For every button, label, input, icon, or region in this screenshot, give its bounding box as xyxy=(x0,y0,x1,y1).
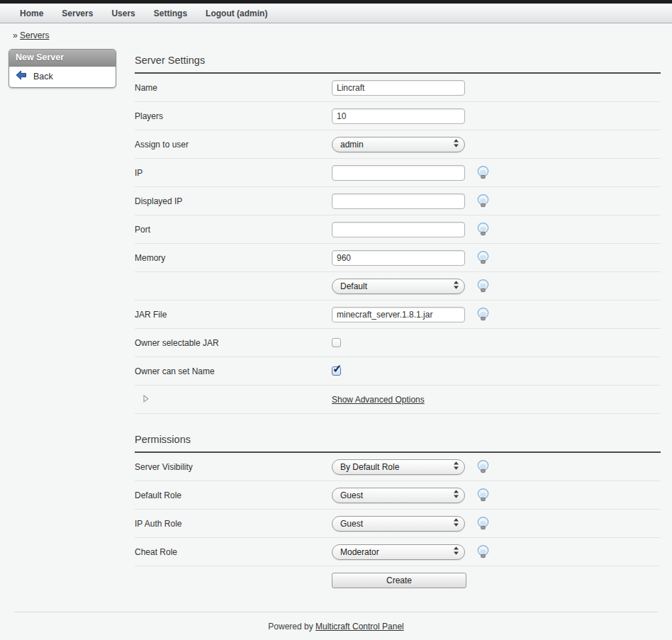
form-row-advanced-options: Show Advanced Options xyxy=(135,386,661,414)
form-row-default-role: Default Role Guest xyxy=(135,481,661,510)
bulb-icon[interactable] xyxy=(477,223,489,236)
bulb-icon[interactable] xyxy=(477,488,489,502)
form-row-memory-unit: Default xyxy=(135,272,661,301)
sidebar: New Server Back xyxy=(0,45,128,88)
up-down-arrows-icon xyxy=(453,489,459,501)
form-row-ip: IP xyxy=(135,159,661,187)
field-label: IP Auth Role xyxy=(135,519,332,529)
field-label: Players xyxy=(135,111,332,121)
select-value: By Default Role xyxy=(340,462,399,472)
field-label: Server Visibility xyxy=(135,462,332,472)
new-server-widget: New Server Back xyxy=(9,49,116,88)
form-row-owner-selectable-jar: Owner selectable JAR xyxy=(135,329,661,357)
up-down-arrows-icon xyxy=(453,280,459,292)
multicraft-page: Home Servers Users Settings Logout (admi… xyxy=(0,0,672,640)
bulb-icon[interactable] xyxy=(477,251,489,264)
field-label: IP xyxy=(135,168,332,178)
triangle-right-icon[interactable] xyxy=(143,395,149,403)
default-role-select[interactable]: Guest xyxy=(332,488,465,503)
form-row-players: Players xyxy=(135,102,661,130)
select-value: Guest xyxy=(340,519,363,529)
form-row-submit: Create xyxy=(135,566,661,597)
breadcrumb-link-servers[interactable]: Servers xyxy=(20,30,49,40)
up-down-arrows-icon xyxy=(453,546,459,558)
field-label: Default Role xyxy=(135,490,332,500)
breadcrumb: » Servers xyxy=(0,23,672,45)
widget-title: New Server xyxy=(9,50,116,67)
form-row-displayed-ip: Displayed IP xyxy=(135,187,661,215)
bulb-icon[interactable] xyxy=(477,166,489,179)
nav-settings[interactable]: Settings xyxy=(154,9,187,18)
displayed-ip-input[interactable] xyxy=(332,193,465,209)
name-input[interactable] xyxy=(332,80,465,96)
assign-to-user-select[interactable]: admin xyxy=(332,137,465,152)
memory-unit-select[interactable]: Default xyxy=(332,279,465,294)
section-title-permissions: Permissions xyxy=(135,414,661,453)
memory-input[interactable] xyxy=(332,250,465,266)
section-title-server-settings: Server Settings xyxy=(135,45,661,74)
top-navbar: Home Servers Users Settings Logout (admi… xyxy=(0,4,672,23)
arrow-left-icon xyxy=(16,70,27,82)
footer: Powered by Multicraft Control Panel xyxy=(14,612,658,640)
field-label: Cheat Role xyxy=(135,547,332,557)
footer-link-multicraft[interactable]: Multicraft Control Panel xyxy=(315,622,404,631)
bulb-icon[interactable] xyxy=(477,460,489,473)
field-label: Port xyxy=(135,225,332,235)
ip-auth-role-select[interactable]: Guest xyxy=(332,516,465,532)
players-input[interactable] xyxy=(332,108,465,124)
select-value: Moderator xyxy=(340,547,379,557)
select-value: admin xyxy=(340,140,364,150)
field-label: Assign to user xyxy=(135,140,332,150)
form-row-jar-file: JAR File xyxy=(135,301,661,329)
bulb-icon[interactable] xyxy=(477,194,489,208)
sidebar-item-back[interactable]: Back xyxy=(9,67,116,87)
select-value: Default xyxy=(340,281,367,291)
owner-selectable-jar-checkbox[interactable] xyxy=(332,338,341,347)
bulb-icon[interactable] xyxy=(477,308,489,321)
nav-users[interactable]: Users xyxy=(111,9,135,18)
content-layout: New Server Back Server Settings Name xyxy=(0,45,672,597)
up-down-arrows-icon xyxy=(453,138,459,150)
server-visibility-select[interactable]: By Default Role xyxy=(332,459,465,475)
form-row-cheat-role: Cheat Role Moderator xyxy=(135,538,661,566)
nav-logout[interactable]: Logout (admin) xyxy=(206,9,267,18)
port-input[interactable] xyxy=(332,222,465,237)
bulb-icon[interactable] xyxy=(477,279,489,293)
nav-home[interactable]: Home xyxy=(20,9,43,18)
field-label: Owner can set Name xyxy=(135,366,332,376)
form-row-memory: Memory xyxy=(135,244,661,272)
field-label: JAR File xyxy=(135,310,332,320)
sidebar-item-label: Back xyxy=(33,72,53,82)
up-down-arrows-icon xyxy=(453,461,459,473)
form-row-assign-to-user: Assign to user admin xyxy=(135,130,661,159)
field-label: Name xyxy=(135,83,332,93)
bulb-icon[interactable] xyxy=(477,517,489,530)
field-label: Displayed IP xyxy=(135,196,332,206)
form-row-server-visibility: Server Visibility By Default Role xyxy=(135,453,661,481)
server-settings-form: Server Settings Name Players Assign to u… xyxy=(128,45,672,597)
owner-can-set-name-checkbox[interactable] xyxy=(332,366,341,376)
cheat-role-select[interactable]: Moderator xyxy=(332,544,465,560)
form-row-port: Port xyxy=(135,215,661,244)
create-button[interactable]: Create xyxy=(332,573,466,588)
footer-text: Powered by xyxy=(268,622,313,631)
field-label: Memory xyxy=(135,253,332,263)
form-row-ip-auth-role: IP Auth Role Guest xyxy=(135,510,661,538)
breadcrumb-separator: » xyxy=(13,30,18,40)
form-row-owner-can-set-name: Owner can set Name xyxy=(135,357,661,386)
select-value: Guest xyxy=(340,490,363,500)
form-row-name: Name xyxy=(135,74,661,102)
ip-input[interactable] xyxy=(332,165,465,181)
bulb-icon[interactable] xyxy=(477,545,489,558)
nav-servers[interactable]: Servers xyxy=(62,9,93,18)
field-label: Owner selectable JAR xyxy=(135,338,332,348)
up-down-arrows-icon xyxy=(453,517,459,529)
show-advanced-options-link[interactable]: Show Advanced Options xyxy=(332,395,425,405)
jar-file-input[interactable] xyxy=(332,307,465,322)
